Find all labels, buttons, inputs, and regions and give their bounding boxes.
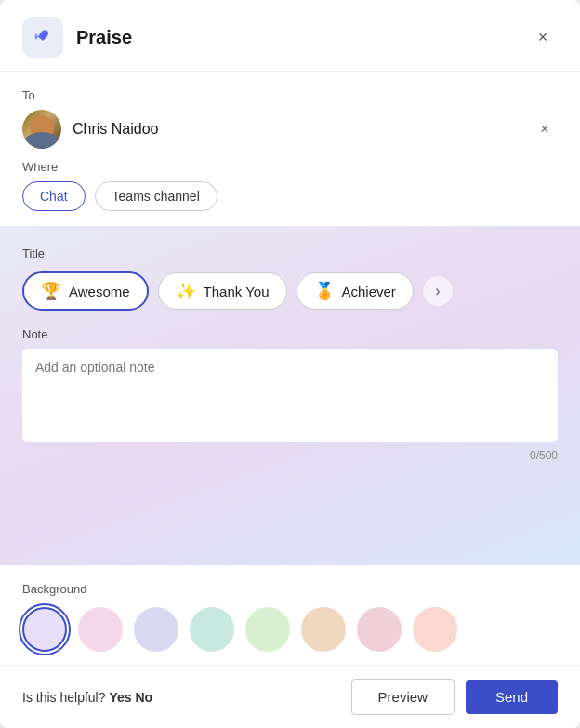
color-swatch-blush[interactable] xyxy=(413,607,457,652)
modal-footer: Is this helpful? Yes No Preview Send xyxy=(0,665,580,728)
recipient-name: Chris Naidoo xyxy=(72,121,521,138)
where-buttons: Chat Teams channel xyxy=(22,181,558,211)
where-label: Where xyxy=(22,160,558,174)
close-icon: × xyxy=(538,28,548,47)
color-swatch-peach[interactable] xyxy=(301,607,346,652)
modal-header: Praise × xyxy=(0,0,580,72)
praise-app-icon xyxy=(22,17,63,58)
achiever-label: Achiever xyxy=(342,284,396,299)
awesome-emoji: 🏆 xyxy=(41,281,61,301)
avatar-image xyxy=(22,110,61,149)
background-label: Background xyxy=(22,582,558,596)
avatar-body xyxy=(25,132,59,149)
color-swatch-lavender[interactable] xyxy=(134,607,178,652)
background-section: Background xyxy=(0,565,580,665)
praise-modal: Praise × To Chris Naidoo × Where Chat xyxy=(0,0,580,728)
to-section: To Chris Naidoo × xyxy=(0,72,580,160)
color-swatches xyxy=(22,607,558,652)
title-chip-thankyou[interactable]: ✨ Thank You xyxy=(158,272,287,310)
note-container xyxy=(22,349,558,445)
more-titles-button[interactable]: › xyxy=(423,276,453,306)
modal-title: Praise xyxy=(76,27,528,48)
where-teams-label: Teams channel xyxy=(112,189,200,204)
chevron-right-icon: › xyxy=(435,283,440,299)
title-chips: 🏆 Awesome ✨ Thank You 🏅 Achiever › xyxy=(22,271,558,311)
color-swatch-pink-light[interactable] xyxy=(78,607,123,652)
recipient-avatar xyxy=(22,110,61,149)
color-swatch-green-light[interactable] xyxy=(245,607,290,652)
remove-icon: × xyxy=(540,121,548,138)
title-label: Title xyxy=(22,246,558,260)
send-button[interactable]: Send xyxy=(466,680,558,714)
where-chat-button[interactable]: Chat xyxy=(22,181,86,211)
title-chip-achiever[interactable]: 🏅 Achiever xyxy=(297,272,414,310)
where-chat-label: Chat xyxy=(40,189,68,204)
remove-recipient-button[interactable]: × xyxy=(532,116,558,142)
to-label: To xyxy=(22,88,558,102)
main-section: Title 🏆 Awesome ✨ Thank You 🏅 Achiever ›… xyxy=(0,226,580,565)
send-label: Send xyxy=(495,689,528,705)
thankyou-emoji: ✨ xyxy=(176,281,196,301)
color-swatch-rose[interactable] xyxy=(357,607,402,652)
where-section: Where Chat Teams channel xyxy=(0,160,580,226)
thankyou-label: Thank You xyxy=(204,284,270,299)
recipient-row: Chris Naidoo × xyxy=(22,110,558,149)
note-label: Note xyxy=(22,327,558,341)
note-textarea[interactable] xyxy=(22,349,558,442)
helpful-no[interactable]: No xyxy=(135,690,152,705)
where-teams-button[interactable]: Teams channel xyxy=(95,181,218,211)
achiever-emoji: 🏅 xyxy=(314,281,335,301)
helpful-question: Is this helpful? xyxy=(22,690,106,705)
helpful-yes[interactable]: Yes xyxy=(109,690,131,705)
title-chip-awesome[interactable]: 🏆 Awesome xyxy=(22,271,149,311)
helpful-text: Is this helpful? Yes No xyxy=(22,690,340,705)
color-swatch-purple-light[interactable] xyxy=(22,607,67,652)
char-count: 0/500 xyxy=(22,449,558,462)
color-swatch-mint[interactable] xyxy=(190,607,234,652)
preview-label: Preview xyxy=(378,689,428,705)
preview-button[interactable]: Preview xyxy=(351,679,455,715)
awesome-label: Awesome xyxy=(69,284,130,299)
modal-close-button[interactable]: × xyxy=(528,22,558,52)
